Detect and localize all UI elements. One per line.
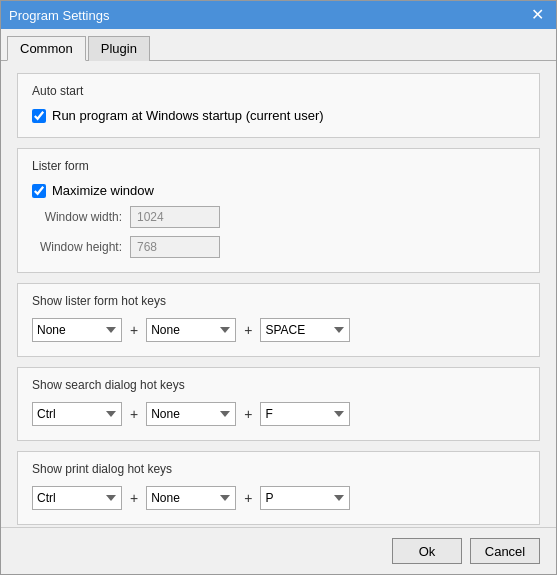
lister-key1-select[interactable]: NoneCtrlAltShift <box>32 318 122 342</box>
window-title: Program Settings <box>9 8 109 23</box>
lister-key3-select[interactable]: SPACEFPA <box>260 318 350 342</box>
lister-hotkeys-row: NoneCtrlAltShift + NoneCtrlAltShift + SP… <box>32 318 525 342</box>
window-width-input[interactable] <box>130 206 220 228</box>
lister-hotkeys-section: Show lister form hot keys NoneCtrlAltShi… <box>17 283 540 357</box>
auto-start-title: Auto start <box>32 84 525 98</box>
search-key3-select[interactable]: FSPACEPA <box>260 402 350 426</box>
search-key1-select[interactable]: NoneCtrlAltShift <box>32 402 122 426</box>
window-height-input[interactable] <box>130 236 220 258</box>
print-hotkeys-title: Show print dialog hot keys <box>32 462 525 476</box>
window-height-label: Window height: <box>32 240 122 254</box>
cancel-button[interactable]: Cancel <box>470 538 540 564</box>
content-area: Auto start Run program at Windows startu… <box>1 61 556 527</box>
maximize-window-label: Maximize window <box>52 183 154 198</box>
print-plus2: + <box>244 490 252 506</box>
print-key1-select[interactable]: NoneCtrlAltShift <box>32 486 122 510</box>
run-at-startup-label: Run program at Windows startup (current … <box>52 108 324 123</box>
search-plus2: + <box>244 406 252 422</box>
print-plus1: + <box>130 490 138 506</box>
window-width-label: Window width: <box>32 210 122 224</box>
auto-start-section: Auto start Run program at Windows startu… <box>17 73 540 138</box>
lister-plus1: + <box>130 322 138 338</box>
tab-common[interactable]: Common <box>7 36 86 61</box>
search-hotkeys-title: Show search dialog hot keys <box>32 378 525 392</box>
search-hotkeys-section: Show search dialog hot keys NoneCtrlAltS… <box>17 367 540 441</box>
lister-plus2: + <box>244 322 252 338</box>
print-hotkeys-section: Show print dialog hot keys NoneCtrlAltSh… <box>17 451 540 525</box>
lister-hotkeys-title: Show lister form hot keys <box>32 294 525 308</box>
print-hotkeys-row: NoneCtrlAltShift + NoneCtrlAltShift + PS… <box>32 486 525 510</box>
search-hotkeys-row: NoneCtrlAltShift + NoneCtrlAltShift + FS… <box>32 402 525 426</box>
title-bar: Program Settings ✕ <box>1 1 556 29</box>
search-key2-select[interactable]: NoneCtrlAltShift <box>146 402 236 426</box>
run-at-startup-row: Run program at Windows startup (current … <box>32 108 525 123</box>
maximize-window-checkbox[interactable] <box>32 184 46 198</box>
maximize-window-row: Maximize window <box>32 183 525 198</box>
run-at-startup-checkbox[interactable] <box>32 109 46 123</box>
lister-key2-select[interactable]: NoneCtrlAltShift <box>146 318 236 342</box>
tab-bar: Common Plugin <box>1 29 556 61</box>
ok-button[interactable]: Ok <box>392 538 462 564</box>
close-button[interactable]: ✕ <box>527 7 548 23</box>
window-height-row: Window height: <box>32 236 525 258</box>
lister-form-title: Lister form <box>32 159 525 173</box>
footer: Ok Cancel <box>1 527 556 574</box>
lister-form-section: Lister form Maximize window Window width… <box>17 148 540 273</box>
program-settings-window: Program Settings ✕ Common Plugin Auto st… <box>0 0 557 575</box>
search-plus1: + <box>130 406 138 422</box>
print-key2-select[interactable]: NoneCtrlAltShift <box>146 486 236 510</box>
tab-plugin[interactable]: Plugin <box>88 36 150 61</box>
print-key3-select[interactable]: PSPACEFA <box>260 486 350 510</box>
window-width-row: Window width: <box>32 206 525 228</box>
